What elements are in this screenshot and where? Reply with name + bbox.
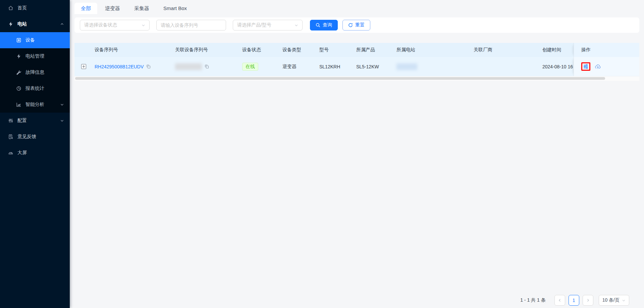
sidebar-item-big-screen[interactable]: 大屏 xyxy=(0,145,70,161)
sidebar-item-report-stats[interactable]: 报表统计 xyxy=(0,80,70,97)
header-expand-column xyxy=(74,43,90,57)
pagination-page-1[interactable]: 1 xyxy=(569,295,579,306)
select-placeholder: 请选择设备状态 xyxy=(84,22,117,28)
chevron-down-icon xyxy=(142,23,145,27)
status-badge: 在线 xyxy=(242,63,258,71)
product-value: SL5-12KW xyxy=(352,57,392,76)
copy-icon[interactable] xyxy=(146,64,151,69)
product-model-select[interactable]: 请选择产品/型号 xyxy=(233,20,303,30)
devices-table: 设备序列号 关联设备序列号 设备状态 设备类型 型号 所属产品 所属电站 关联厂… xyxy=(74,43,639,81)
row-actions xyxy=(581,62,601,71)
sidebar-item-devices[interactable]: 设备 xyxy=(0,32,70,48)
vendor-value xyxy=(469,57,538,76)
sidebar-item-smart-analysis[interactable]: 智能分析 xyxy=(0,97,70,113)
cloud-upload-icon[interactable] xyxy=(595,63,601,70)
device-type-tabs: 全部 逆变器 采集器 Smart Box xyxy=(74,0,195,14)
created-time-value: 2024-08-10 16 xyxy=(538,57,574,76)
search-button[interactable]: 查询 xyxy=(310,20,338,30)
device-list-icon xyxy=(16,38,21,43)
pagination-next-button[interactable] xyxy=(583,295,593,306)
device-type-value: 逆变器 xyxy=(278,57,315,76)
area-chart-icon xyxy=(16,102,21,107)
chevron-down-icon xyxy=(294,23,298,27)
sidebar-item-label: 报表统计 xyxy=(25,85,44,91)
sidebar-item-label: 首页 xyxy=(17,5,27,11)
filter-bar: 请选择设备状态 请选择产品/型号 查询 重置 xyxy=(74,17,639,33)
pagination-prev-button[interactable] xyxy=(554,295,565,306)
chevron-up-icon xyxy=(60,22,64,26)
tab-collector[interactable]: 采集器 xyxy=(128,3,156,14)
page-size-select[interactable]: 10 条/页 xyxy=(599,295,629,306)
header-device-status: 设备状态 xyxy=(237,43,278,57)
chevron-down-icon xyxy=(622,299,626,302)
reset-button[interactable]: 重置 xyxy=(342,20,370,30)
linked-serial-redacted xyxy=(175,63,202,70)
sidebar-item-config[interactable]: 配置 xyxy=(0,113,70,129)
sidebar-item-feedback[interactable]: 意见反馈 xyxy=(0,129,70,145)
home-icon xyxy=(8,5,13,11)
wrench-icon xyxy=(16,70,21,75)
bolt-icon xyxy=(16,54,21,59)
main-content: 全部 逆变器 采集器 Smart Box 请选择设备状态 请选择产品/型号 查询 xyxy=(70,0,644,308)
header-station: 所属电站 xyxy=(392,43,469,57)
sidebar-item-label: 故障信息 xyxy=(25,69,44,75)
table-row: RH24295008B12EUDV 在线 逆变器 SL12KRH SL5-12K… xyxy=(74,57,639,76)
device-serial-input[interactable] xyxy=(156,20,226,30)
device-serial-link[interactable]: RH24295008B12EUDV xyxy=(95,64,144,69)
sidebar-item-label: 电站 xyxy=(17,21,27,27)
header-actions: 操作 xyxy=(574,43,639,57)
header-product: 所属产品 xyxy=(352,43,392,57)
station-redacted xyxy=(396,63,417,70)
header-device-serial: 设备序列号 xyxy=(90,43,170,57)
row-expand-button[interactable] xyxy=(81,64,86,69)
device-status-select[interactable]: 请选择设备状态 xyxy=(80,20,150,30)
tab-all[interactable]: 全部 xyxy=(74,3,97,14)
sidebar-item-label: 电站管理 xyxy=(25,53,44,59)
select-placeholder: 请选择产品/型号 xyxy=(237,22,271,28)
sidebar-item-home[interactable]: 首页 xyxy=(0,0,70,16)
feedback-icon xyxy=(8,134,13,139)
refresh-icon xyxy=(348,23,353,27)
sidebar-item-plant-management[interactable]: 电站管理 xyxy=(0,48,70,64)
horizontal-scrollbar xyxy=(74,76,639,81)
pagination-total: 1 - 1 共 1 条 xyxy=(520,297,545,303)
annotation-red-box xyxy=(581,62,590,71)
search-icon xyxy=(316,23,320,27)
horizontal-scrollbar-thumb[interactable] xyxy=(75,77,605,80)
pie-chart-icon xyxy=(16,86,21,91)
pagination: 1 - 1 共 1 条 1 10 条/页 xyxy=(520,295,629,306)
header-model: 型号 xyxy=(315,43,352,57)
sidebar-item-label: 意见反馈 xyxy=(17,134,36,140)
sidebar-submenu-plants: 设备 电站管理 故障信息 报表统计 智能分析 xyxy=(0,32,70,113)
header-created-time: 创建时间 xyxy=(538,43,574,57)
chevron-down-icon xyxy=(60,119,64,122)
sidebar-item-label: 智能分析 xyxy=(25,102,44,108)
sliders-icon xyxy=(8,118,13,123)
device-settings-icon[interactable] xyxy=(583,64,589,69)
sidebar-item-plants[interactable]: 电站 xyxy=(0,16,70,32)
model-value: SL12KRH xyxy=(315,57,352,76)
sidebar-item-fault-info[interactable]: 故障信息 xyxy=(0,64,70,80)
sidebar-item-label: 设备 xyxy=(25,37,35,43)
tab-smart-box[interactable]: Smart Box xyxy=(157,3,193,14)
sidebar-item-label: 大屏 xyxy=(17,150,27,156)
bolt-icon xyxy=(8,21,13,27)
gauge-icon xyxy=(8,150,13,156)
header-linked-serial: 关联设备序列号 xyxy=(170,43,237,57)
copy-icon[interactable] xyxy=(205,64,209,69)
header-device-type: 设备类型 xyxy=(278,43,315,57)
sidebar-item-label: 配置 xyxy=(17,118,27,124)
table-header-row: 设备序列号 关联设备序列号 设备状态 设备类型 型号 所属产品 所属电站 关联厂… xyxy=(74,43,639,57)
sidebar: 首页 电站 设备 电站管理 故障信息 xyxy=(0,0,70,308)
header-vendor: 关联厂商 xyxy=(469,43,538,57)
tab-inverter[interactable]: 逆变器 xyxy=(99,3,126,14)
chevron-down-icon xyxy=(60,103,64,106)
